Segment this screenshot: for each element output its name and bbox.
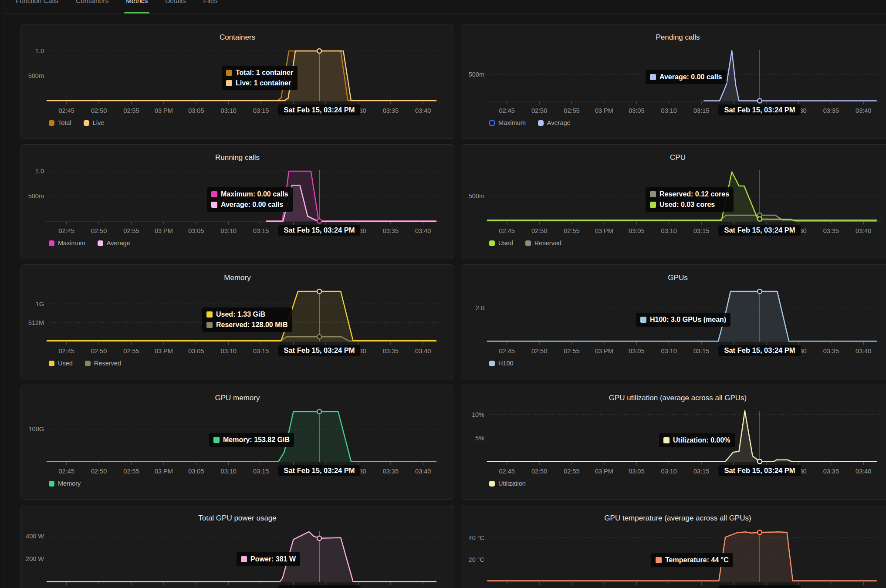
x-axis-label: 03 PM [155, 348, 173, 355]
chart-legend: MaximumAverage [49, 240, 130, 247]
chart-legend: MaximumAverage [489, 119, 571, 126]
x-axis-label: 03:15 [253, 227, 269, 234]
legend-item-live[interactable]: Live [84, 119, 105, 126]
x-axis-label: 03:30 [791, 468, 806, 475]
chart-plot-area[interactable]: 100G02:4502:5002:5503 PM03:0503:1003:150… [21, 385, 455, 500]
chart-plot-area[interactable]: 400 W200 W02:4502:5002:5503 PM03:0503:10… [21, 505, 455, 588]
x-axis-label: 03:30 [350, 468, 366, 475]
x-axis-label: 02:55 [123, 227, 139, 234]
legend-item-reserved[interactable]: Reserved [85, 360, 121, 367]
x-axis-label: 03:35 [823, 348, 839, 355]
chart-card-pending-calls: Pending calls500m02:4502:5002:5503 PM03:… [461, 24, 886, 139]
x-axis-label: 03:20 [726, 107, 741, 114]
x-axis-label: 03:15 [693, 107, 709, 114]
x-axis-label: 03:40 [856, 348, 871, 355]
series-line-used [47, 291, 436, 341]
series-area-h100 [487, 291, 876, 341]
legend-item-reserved[interactable]: Reserved [525, 240, 561, 247]
y-axis-label: 400 W [26, 533, 44, 540]
x-axis-label: 03 PM [595, 348, 613, 355]
y-axis-label: 200 W [26, 555, 44, 562]
legend-label: Maximum [58, 240, 85, 247]
hover-point-marker [317, 335, 321, 339]
chart-legend: UsedReserved [489, 240, 561, 247]
x-axis-label: 03:40 [415, 227, 431, 234]
legend-item-average[interactable]: Average [98, 240, 130, 247]
series-area-average [266, 185, 436, 221]
legend-item-used[interactable]: Used [489, 240, 513, 247]
x-axis-label: 03:30 [791, 227, 806, 234]
x-axis-label: 03:20 [285, 107, 301, 114]
legend-swatch [489, 361, 495, 366]
tab-bar: Function CallsContainersMetricsDetailsFi… [4, 0, 886, 14]
y-axis-label: 1.0 [35, 168, 44, 175]
legend-label: Reserved [94, 360, 121, 367]
x-axis-label: 03:10 [661, 468, 677, 475]
x-axis-label: 02:45 [59, 107, 74, 114]
legend-item-utilization[interactable]: Utilization [489, 480, 526, 487]
chart-card-gpus: GPUs2.002:4502:5002:5503 PM03:0503:1003:… [461, 264, 886, 379]
legend-label: Utilization [498, 480, 526, 487]
tab-containers[interactable]: Containers [76, 0, 108, 14]
y-axis-label: 500m [28, 72, 44, 79]
hover-point-marker [757, 289, 762, 294]
chart-legend: UsedReserved [49, 360, 121, 367]
tab-files[interactable]: Files [203, 0, 218, 14]
x-axis-label: 03:05 [188, 107, 204, 114]
x-axis-label: 03:20 [726, 468, 741, 475]
y-axis-label: 10% [472, 411, 484, 418]
series-line-temperature [487, 532, 876, 581]
x-axis-label: 03:40 [856, 227, 871, 234]
y-axis-label: 512M [28, 319, 44, 326]
legend-item-h100[interactable]: H100 [489, 360, 514, 367]
tab-metrics[interactable]: Metrics [126, 0, 148, 14]
legend-item-maximum[interactable]: Maximum [49, 240, 85, 247]
x-axis-label: 03:35 [823, 468, 839, 475]
hover-point-marker [317, 219, 321, 223]
x-axis-label: 02:50 [531, 227, 547, 234]
chart-plot-area[interactable]: 2.002:4502:5002:5503 PM03:0503:1003:1503… [461, 265, 886, 380]
chart-card-running-calls: Running calls1.0500m02:4502:5002:5503 PM… [20, 144, 454, 259]
x-axis-label: 03:35 [823, 227, 839, 234]
x-axis-label: 03:10 [661, 107, 677, 114]
x-axis-label: 03:25 [758, 107, 774, 114]
chart-plot-area[interactable]: 40 °C20 °C02:4502:5002:5503 PM03:0503:10… [461, 505, 886, 588]
x-axis-label: 03:15 [693, 227, 709, 234]
x-axis-label: 03:40 [856, 468, 871, 475]
chart-card-cpu: CPU500m02:4502:5002:5503 PM03:0503:1003:… [461, 144, 886, 259]
x-axis-label: 03:40 [415, 107, 431, 114]
x-axis-label: 02:50 [91, 348, 107, 355]
x-axis-label: 03 PM [155, 227, 173, 234]
x-axis-label: 03 PM [595, 107, 613, 114]
legend-item-total[interactable]: Total [49, 119, 71, 126]
series-area-temperature [487, 532, 876, 582]
x-axis-label: 03:25 [758, 227, 774, 234]
x-axis-label: 03:15 [693, 468, 709, 475]
tab-label: Function Calls [16, 0, 58, 5]
series-line-utilization [487, 411, 876, 462]
tab-details[interactable]: Details [165, 0, 186, 14]
series-area-power [47, 532, 436, 582]
y-axis-label: 2.0 [476, 304, 484, 311]
x-axis-label: 03:25 [758, 348, 774, 355]
tab-function-calls[interactable]: Function Calls [16, 0, 58, 14]
x-axis-label: 02:55 [564, 107, 579, 114]
series-area-used [47, 291, 436, 341]
legend-item-maximum[interactable]: Maximum [489, 119, 526, 126]
legend-item-used[interactable]: Used [49, 360, 73, 367]
x-axis-label: 02:50 [531, 107, 547, 114]
chart-legend: TotalLive [49, 119, 104, 126]
legend-label: Used [58, 360, 73, 367]
legend-item-average[interactable]: Average [538, 119, 571, 126]
legend-label: H100 [498, 360, 514, 367]
chart-card-gpu-memory: GPU memory100G02:4502:5002:5503 PM03:050… [20, 385, 454, 500]
legend-item-memory[interactable]: Memory [49, 480, 81, 487]
chart-legend: Utilization [489, 480, 526, 487]
x-axis-label: 03:10 [221, 468, 237, 475]
x-axis-label: 03:10 [221, 107, 237, 114]
tab-label: Containers [76, 0, 108, 5]
x-axis-label: 03:30 [350, 348, 366, 355]
x-axis-label: 03:30 [791, 107, 806, 114]
series-area-used [487, 172, 876, 222]
x-axis-label: 03 PM [155, 107, 173, 114]
